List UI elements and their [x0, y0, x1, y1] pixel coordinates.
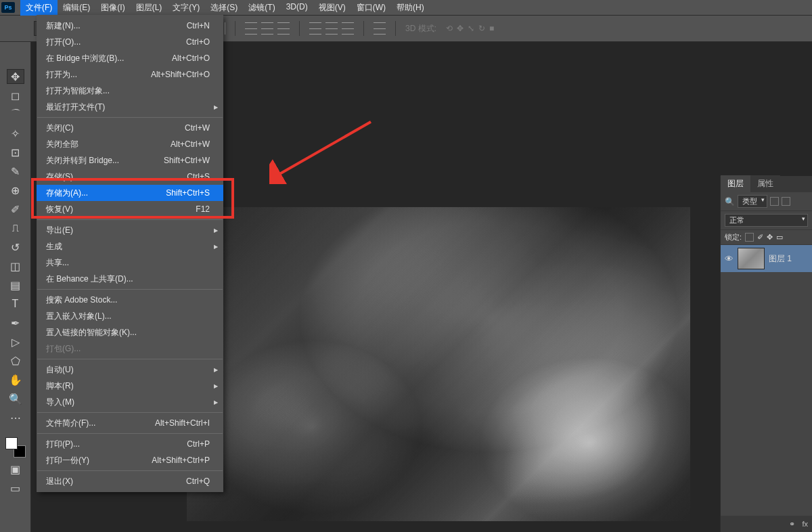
menu-选择[interactable]: 选择(S)	[205, 0, 243, 16]
menu-separator	[37, 117, 223, 118]
orbit-3d-icon[interactable]: ⟲	[446, 24, 453, 33]
menu-item-在-bridge-中浏览b[interactable]: 在 Bridge 中浏览(B)...Alt+Ctrl+O	[37, 50, 223, 66]
menu-item-存储s[interactable]: 存储(S)Ctrl+S	[37, 169, 223, 185]
magic-wand-tool[interactable]: ✧	[7, 126, 24, 141]
lock-transparency-icon[interactable]	[745, 233, 754, 242]
color-swatches[interactable]	[5, 437, 26, 458]
separator	[235, 21, 235, 36]
document-image[interactable]	[187, 207, 690, 521]
menu-item-搜索-adobe-stock[interactable]: 搜索 Adobe Stock...	[37, 292, 223, 308]
menu-文件[interactable]: 文件(F)	[20, 0, 58, 16]
marquee-tool[interactable]: ◻	[7, 88, 24, 103]
filter-pixel-icon[interactable]	[770, 197, 779, 206]
layer-thumbnail[interactable]	[738, 248, 765, 269]
distribute-h-icon[interactable]	[245, 22, 257, 35]
tab-properties[interactable]: 属性	[750, 175, 780, 192]
mode-3d-icons: ⟲ ✥ ⤡ ↻ ■	[446, 24, 494, 33]
quick-mask-tool[interactable]: ▣	[7, 462, 24, 476]
foreground-color-swatch[interactable]	[5, 437, 18, 449]
crop-tool[interactable]: ⊡	[7, 145, 24, 160]
path-selection-tool[interactable]: ▷	[7, 334, 24, 349]
link-layers-icon[interactable]: ⚭	[789, 520, 795, 529]
menu-item-置入嵌入对象l[interactable]: 置入嵌入对象(L)...	[37, 308, 223, 324]
menu-文字[interactable]: 文字(Y)	[167, 0, 205, 16]
distribute-top-icon[interactable]	[309, 22, 321, 35]
menu-item-最近打开文件t[interactable]: 最近打开文件(T)	[37, 99, 223, 115]
menu-3d[interactable]: 3D(D)	[281, 0, 313, 16]
lock-brush-icon[interactable]: ✐	[757, 233, 763, 242]
shape-tool[interactable]: ⬠	[7, 353, 24, 368]
menu-item-共享[interactable]: 共享...	[37, 254, 223, 271]
menu-item-在-behance-上共享d[interactable]: 在 Behance 上共享(D)...	[37, 271, 223, 287]
rotate-3d-icon[interactable]: ↻	[478, 24, 485, 33]
brush-tool[interactable]: ✐	[7, 202, 24, 217]
menu-滤镜[interactable]: 滤镜(T)	[243, 0, 280, 16]
menu-item-关闭并转到-bridge[interactable]: 关闭并转到 Bridge...Shift+Ctrl+W	[37, 152, 223, 169]
menu-item-打开o[interactable]: 打开(O)...Ctrl+O	[37, 34, 223, 50]
pan-3d-icon[interactable]: ✥	[457, 24, 464, 33]
tab-layers[interactable]: 图层	[721, 175, 750, 192]
screen-mode-tool[interactable]: ▭	[7, 481, 24, 495]
camera-3d-icon[interactable]: ■	[489, 24, 494, 33]
pen-tool[interactable]: ✒	[7, 315, 24, 330]
menu-item-恢复v[interactable]: 恢复(V)F12	[37, 201, 223, 217]
lock-artboard-icon[interactable]: ▭	[776, 233, 783, 242]
distribute-group	[245, 22, 290, 35]
menu-视图[interactable]: 视图(V)	[313, 0, 351, 16]
more-options-icon[interactable]	[374, 22, 386, 35]
menu-帮助[interactable]: 帮助(H)	[391, 0, 430, 16]
gradient-tool[interactable]: ▤	[7, 278, 24, 292]
menu-item-shortcut: Alt+Ctrl+O	[172, 53, 210, 63]
filter-adj-icon[interactable]	[782, 197, 790, 206]
menu-separator	[37, 470, 223, 471]
menu-item-导出e[interactable]: 导出(E)	[37, 222, 223, 238]
history-brush-tool[interactable]: ↺	[7, 240, 24, 254]
menu-item-自动u[interactable]: 自动(U)	[37, 361, 223, 378]
hand-tool[interactable]: ✋	[7, 372, 24, 387]
clone-stamp-tool[interactable]: ⎍	[7, 221, 24, 236]
distribute-v-icon[interactable]	[261, 22, 273, 35]
distribute-mid-icon[interactable]	[325, 22, 338, 35]
type-tool[interactable]: T	[7, 296, 24, 311]
menu-item-shortcut: Ctrl+O	[186, 37, 210, 47]
menu-item-关闭c[interactable]: 关闭(C)Ctrl+W	[37, 120, 223, 136]
lock-move-icon[interactable]: ✥	[767, 233, 773, 242]
menu-编辑[interactable]: 编辑(E)	[58, 0, 95, 16]
eraser-tool[interactable]: ◫	[7, 259, 24, 273]
menu-item-打印p[interactable]: 打印(P)...Ctrl+P	[37, 436, 223, 452]
menu-item-关闭全部[interactable]: 关闭全部Alt+Ctrl+W	[37, 136, 223, 152]
healing-brush-tool[interactable]: ⊕	[7, 183, 24, 198]
menu-item-退出x[interactable]: 退出(X)Ctrl+Q	[37, 473, 223, 489]
eyedropper-tool[interactable]: ✎	[7, 164, 24, 179]
slide-3d-icon[interactable]: ⤡	[468, 24, 474, 33]
separator	[395, 21, 396, 36]
menu-item-打开为智能对象[interactable]: 打开为智能对象...	[37, 83, 223, 99]
blend-mode-select[interactable]: 正常	[725, 214, 808, 227]
edit-toolbar[interactable]: ⋯	[7, 410, 24, 425]
layer-row[interactable]: 👁 图层 1	[721, 245, 812, 272]
menu-item-脚本r[interactable]: 脚本(R)	[37, 378, 223, 394]
lasso-tool[interactable]: ⌒	[7, 107, 24, 122]
menu-窗口[interactable]: 窗口(W)	[351, 0, 391, 16]
distribute-bot-icon[interactable]	[342, 22, 354, 35]
menu-item-文件简介f[interactable]: 文件简介(F)...Alt+Shift+Ctrl+I	[37, 415, 223, 431]
menu-item-label: 打开为...	[46, 69, 77, 81]
menu-item-存储为a[interactable]: 存储为(A)...Shift+Ctrl+S	[37, 185, 223, 201]
layer-name-label[interactable]: 图层 1	[769, 253, 792, 265]
menu-item-新建n[interactable]: 新建(N)...Ctrl+N	[37, 18, 223, 34]
menu-图像[interactable]: 图像(I)	[95, 0, 130, 16]
menu-item-打印一份y[interactable]: 打印一份(Y)Alt+Shift+Ctrl+P	[37, 452, 223, 468]
menu-item-导入m[interactable]: 导入(M)	[37, 394, 223, 410]
visibility-toggle-icon[interactable]: 👁	[725, 254, 734, 264]
layer-fx-icon[interactable]: fx	[802, 520, 808, 528]
lock-row: 锁定: ✐ ✥ ▭	[721, 230, 812, 245]
menu-图层[interactable]: 图层(L)	[131, 0, 168, 16]
menu-item-置入链接的智能对象k[interactable]: 置入链接的智能对象(K)...	[37, 324, 223, 340]
move-tool[interactable]: ✥	[7, 69, 24, 84]
menu-item-生成[interactable]: 生成	[37, 238, 223, 254]
menu-item-label: 在 Bridge 中浏览(B)...	[46, 53, 124, 64]
distribute-space-icon[interactable]	[277, 22, 290, 35]
zoom-tool[interactable]: 🔍	[7, 391, 24, 406]
menu-item-打开为[interactable]: 打开为...Alt+Shift+Ctrl+O	[37, 66, 223, 83]
layer-filter-type-select[interactable]: 类型	[738, 195, 767, 208]
